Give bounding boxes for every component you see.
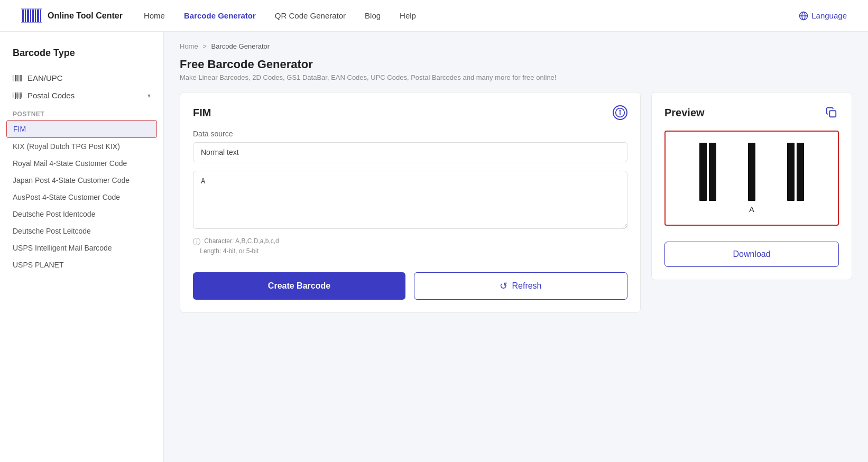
svg-rect-20	[21, 75, 22, 81]
svg-rect-15	[15, 75, 16, 81]
svg-rect-9	[21, 22, 42, 23]
svg-rect-25	[15, 93, 16, 99]
ean-upc-label: EAN/UPC	[27, 73, 151, 82]
svg-rect-4	[32, 10, 34, 22]
svg-rect-27	[16, 93, 17, 94]
logo-text: Online Tool Center	[48, 11, 123, 21]
svg-rect-6	[37, 10, 39, 22]
sidebar-item-usps-planet[interactable]: USPS PLANET	[0, 256, 163, 273]
hint-line2: Length: 4-bit, or 5-bit	[200, 247, 258, 255]
svg-rect-16	[16, 75, 17, 81]
breadcrumb-home[interactable]: Home	[180, 42, 198, 50]
create-barcode-button[interactable]: Create Barcode	[193, 272, 405, 300]
main-content: Home > Barcode Generator Free Barcode Ge…	[164, 32, 868, 462]
breadcrumb-current: Barcode Generator	[211, 42, 270, 50]
form-header: FIM	[193, 105, 627, 120]
preview-panel: Preview	[651, 92, 852, 280]
sidebar-item-deutsche-post-identcode[interactable]: Deutsche Post Identcode	[0, 206, 163, 223]
svg-rect-18	[19, 75, 19, 81]
svg-rect-31	[20, 93, 21, 99]
form-panel: FIM Data source Normal text A i	[180, 92, 641, 313]
fim-group-3	[787, 143, 804, 201]
svg-rect-2	[27, 10, 29, 22]
svg-rect-37	[829, 110, 836, 117]
svg-rect-21	[13, 94, 13, 97]
svg-rect-24	[14, 93, 14, 94]
svg-rect-29	[19, 94, 19, 97]
header: Online Tool Center Home Barcode Generato…	[0, 0, 868, 32]
svg-rect-23	[14, 94, 14, 97]
fim-group-2	[748, 143, 755, 201]
svg-rect-13	[13, 75, 13, 81]
page-subtitle: Make Linear Barcodes, 2D Codes, GS1 Data…	[180, 73, 852, 81]
svg-rect-17	[17, 75, 18, 81]
sidebar-item-auspost[interactable]: AusPost 4-State Customer Code	[0, 189, 163, 206]
breadcrumb-separator: >	[202, 42, 207, 50]
bar-2	[709, 143, 716, 201]
language-label: Language	[811, 11, 847, 20]
refresh-button[interactable]: ↺ Refresh	[414, 272, 627, 300]
info-icon[interactable]	[613, 105, 627, 120]
main-nav: Home Barcode Generator QR Code Generator…	[144, 11, 778, 20]
language-selector[interactable]: Language	[799, 11, 847, 21]
bar-4	[787, 143, 795, 201]
globe-icon	[799, 11, 808, 21]
preview-header: Preview	[664, 105, 839, 120]
sidebar-item-postal-codes[interactable]: Postal Codes ▾	[0, 87, 163, 104]
logo-area[interactable]: Online Tool Center	[21, 5, 123, 26]
postal-codes-label: Postal Codes	[27, 91, 142, 100]
main-layout: Barcode Type EAN/UPC	[0, 32, 868, 462]
sidebar-item-kix[interactable]: KIX (Royal Dutch TPG Post KIX)	[0, 138, 163, 155]
svg-point-35	[620, 110, 621, 112]
chevron-down-icon: ▾	[147, 92, 151, 99]
svg-rect-28	[17, 93, 18, 99]
barcode-preview-area: A	[664, 131, 839, 226]
fim-bars	[699, 143, 804, 201]
svg-rect-0	[22, 10, 24, 22]
sidebar-item-royal-mail[interactable]: Royal Mail 4-State Customer Code	[0, 155, 163, 172]
svg-rect-26	[16, 94, 17, 97]
svg-rect-1	[25, 10, 26, 22]
download-button[interactable]: Download	[664, 242, 839, 267]
barcode-icon	[13, 75, 22, 82]
svg-rect-19	[20, 75, 21, 81]
form-title: FIM	[193, 107, 211, 119]
bar-5	[797, 143, 804, 201]
hint-line1: Character: A,B,C,D,a,b,c,d	[204, 237, 279, 245]
nav-help[interactable]: Help	[400, 11, 416, 20]
fim-group-1	[699, 143, 716, 201]
postal-codes-icon	[13, 92, 22, 99]
sidebar-item-usps-intelligent-mail[interactable]: USPS Intelligent Mail Barcode	[0, 239, 163, 256]
nav-barcode-generator[interactable]: Barcode Generator	[184, 11, 256, 20]
svg-rect-14	[14, 75, 14, 81]
sidebar: Barcode Type EAN/UPC	[0, 32, 164, 462]
refresh-label: Refresh	[512, 281, 541, 291]
fim-barcode: A	[699, 143, 804, 214]
nav-blog[interactable]: Blog	[365, 11, 381, 20]
nav-qr-code-generator[interactable]: QR Code Generator	[275, 11, 346, 20]
preview-title: Preview	[664, 107, 705, 119]
bar-3	[748, 143, 755, 201]
svg-rect-3	[30, 10, 31, 22]
breadcrumb: Home > Barcode Generator	[180, 42, 852, 50]
hint-info-icon: i	[193, 238, 200, 245]
nav-home[interactable]: Home	[144, 11, 165, 20]
svg-rect-33	[21, 93, 22, 94]
data-source-select[interactable]: Normal text	[193, 142, 627, 162]
sidebar-item-deutsche-post-leitcode[interactable]: Deutsche Post Leitcode	[0, 223, 163, 239]
postnet-subsection-title: POSTNET	[0, 104, 163, 120]
data-source-label: Data source	[193, 130, 627, 138]
refresh-icon: ↺	[500, 280, 507, 292]
sidebar-item-ean-upc[interactable]: EAN/UPC	[0, 69, 163, 87]
svg-rect-7	[40, 10, 41, 22]
copy-icon[interactable]	[824, 105, 839, 120]
logo-icon	[21, 5, 42, 26]
tool-area: FIM Data source Normal text A i	[180, 92, 852, 313]
bar-1	[699, 143, 707, 201]
svg-rect-32	[21, 94, 22, 97]
sidebar-item-japan-post[interactable]: Japan Post 4-State Customer Code	[0, 172, 163, 189]
svg-rect-22	[13, 93, 13, 94]
sidebar-item-fim[interactable]: FIM	[6, 120, 157, 138]
barcode-input[interactable]: A	[193, 171, 627, 229]
sidebar-title: Barcode Type	[0, 48, 163, 69]
